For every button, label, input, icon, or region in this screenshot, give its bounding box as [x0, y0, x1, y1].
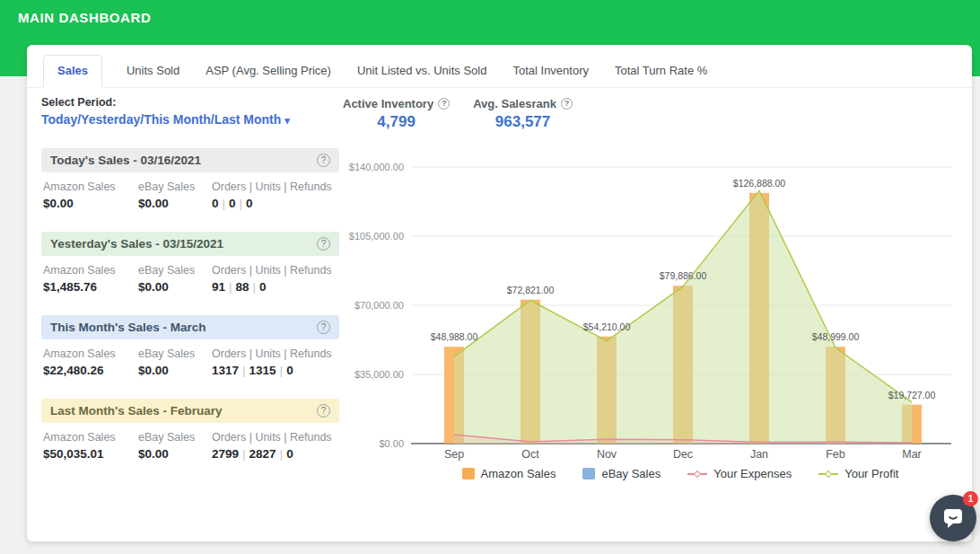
x-axis-tick-label: Mar — [902, 448, 922, 461]
legend-item-ebay-sales[interactable]: eBay Sales — [582, 467, 661, 480]
orders-units-refunds-label: Orders | Units | Refunds — [212, 180, 337, 193]
ebay-sales-column: eBay Sales$0.00 — [138, 180, 212, 210]
stat-avg-salesrank: Avg. Salesrank?963,577 — [473, 97, 573, 131]
separator: | — [276, 364, 287, 377]
sales-card-title: Yesterday's Sales - 03/15/2021 — [50, 237, 223, 251]
legend-swatch — [462, 468, 475, 479]
ebay-sales-column: eBay Sales$0.00 — [138, 431, 212, 461]
orders-value: 1317 — [212, 364, 239, 377]
stat-label-text: Avg. Salesrank — [473, 97, 556, 110]
separator: | — [236, 197, 247, 210]
help-icon[interactable]: ? — [317, 154, 330, 167]
units-value: 2827 — [249, 447, 276, 461]
ebay-sales-value: $0.00 — [138, 447, 212, 461]
units-value: 1315 — [249, 364, 276, 377]
legend-label: Your Profit — [844, 467, 898, 480]
bar-data-label: $126,888.00 — [733, 178, 786, 189]
help-icon[interactable]: ? — [317, 321, 330, 334]
amazon-sales-value: $22,480.26 — [43, 364, 138, 377]
ebay-sales-label: eBay Sales — [138, 347, 212, 360]
orders-units-refunds-value: 2799|2827|0 — [212, 447, 337, 461]
sales-card-today: Today's Sales - 03/16/2021?Amazon Sales$… — [41, 148, 339, 210]
legend-label: eBay Sales — [601, 467, 661, 480]
your-profit-area — [454, 190, 912, 444]
legend-swatch — [582, 468, 595, 479]
chevron-down-icon: ▾ — [284, 115, 290, 126]
ebay-sales-column: eBay Sales$0.00 — [138, 264, 212, 294]
tab-sales[interactable]: Sales — [43, 55, 102, 88]
separator: | — [239, 447, 249, 461]
sales-card-header: Last Month's Sales - February? — [41, 399, 339, 423]
legend-line-marker — [818, 470, 838, 477]
help-icon[interactable]: ? — [317, 404, 330, 418]
ebay-sales-value: $0.00 — [138, 280, 212, 294]
orders-units-refunds-value: 0|0|0 — [212, 197, 337, 210]
help-icon[interactable]: ? — [438, 98, 450, 110]
sales-chart: $140,000.00$105,000.00$70,000.00$35,000.… — [332, 154, 960, 469]
ebay-sales-label: eBay Sales — [138, 264, 212, 277]
amazon-sales-value: $50,035.01 — [43, 447, 138, 461]
inventory-stats: Active Inventory?4,799Avg. Salesrank?963… — [343, 97, 573, 131]
stat-label-text: Active Inventory — [343, 97, 433, 110]
help-icon[interactable]: ? — [317, 237, 330, 251]
amazon-sales-column: Amazon Sales$22,480.26 — [43, 347, 138, 377]
sales-card-header: This Month's Sales - March? — [41, 315, 339, 339]
stat-value: 4,799 — [343, 113, 450, 131]
refunds-value: 0 — [286, 447, 293, 461]
help-icon[interactable]: ? — [561, 98, 573, 110]
legend-item-your-profit[interactable]: Your Profit — [818, 467, 898, 480]
tab-bar: SalesUnits SoldASP (Avg. Selling Price)U… — [27, 45, 972, 88]
tab-unit-listed-vs-units-sold[interactable]: Unit Listed vs. Units Sold — [355, 56, 489, 87]
sales-card-last-month: Last Month's Sales - February?Amazon Sal… — [41, 399, 339, 461]
refunds-value: 0 — [286, 364, 293, 377]
sales-card-yesterday: Yesterday's Sales - 03/15/2021?Amazon Sa… — [41, 232, 339, 294]
stat-label: Active Inventory? — [343, 97, 450, 110]
period-dropdown-value: Today/Yesterday/This Month/Last Month — [41, 112, 281, 127]
sales-chart-svg: $140,000.00$105,000.00$70,000.00$35,000.… — [332, 154, 960, 469]
orders-units-refunds-label: Orders | Units | Refunds — [212, 264, 337, 277]
bar-data-label: $72,821.00 — [507, 285, 555, 295]
legend-line-marker — [687, 470, 707, 477]
y-axis-tick-label: $105,000.00 — [349, 231, 404, 242]
chat-widget-button[interactable]: 1 — [930, 495, 976, 541]
amazon-sales-column: Amazon Sales$50,035.01 — [43, 431, 138, 461]
tab-asp-avg-selling-price-[interactable]: ASP (Avg. Selling Price) — [204, 56, 333, 87]
legend-item-amazon-sales[interactable]: Amazon Sales — [462, 467, 556, 480]
units-value: 0 — [229, 197, 236, 210]
legend-item-your-expenses[interactable]: Your Expenses — [687, 467, 792, 480]
tab-total-inventory[interactable]: Total Inventory — [511, 56, 591, 87]
separator: | — [276, 447, 287, 461]
amazon-sales-label: Amazon Sales — [43, 264, 138, 277]
legend-diamond — [694, 470, 701, 477]
sales-card-values-row: Amazon Sales$1,485.76eBay Sales$0.00Orde… — [41, 256, 339, 294]
separator: | — [225, 280, 236, 294]
page-title: MAIN DASHBOARD — [18, 10, 151, 25]
stat-label: Avg. Salesrank? — [473, 97, 573, 110]
orders-units-refunds-column: Orders | Units | Refunds1317|1315|0 — [212, 347, 337, 377]
ebay-sales-value: $0.00 — [138, 364, 212, 377]
ebay-sales-value: $0.00 — [138, 197, 212, 210]
amazon-sales-column: Amazon Sales$1,485.76 — [43, 264, 138, 294]
legend-label: Your Expenses — [713, 467, 792, 480]
chat-bubble-icon — [941, 507, 965, 529]
sales-card-title: This Month's Sales - March — [50, 321, 206, 334]
y-axis-tick-label: $0.00 — [379, 438, 404, 449]
x-axis-tick-label: Sep — [444, 448, 464, 461]
ebay-sales-label: eBay Sales — [138, 180, 212, 193]
period-dropdown[interactable]: Today/Yesterday/This Month/Last Month▾ — [41, 112, 339, 127]
amazon-sales-label: Amazon Sales — [43, 347, 138, 360]
units-value: 88 — [236, 280, 249, 294]
tab-units-sold[interactable]: Units Sold — [125, 56, 181, 87]
tab-total-turn-rate-[interactable]: Total Turn Rate % — [613, 56, 709, 87]
amazon-sales-label: Amazon Sales — [43, 431, 138, 444]
sales-card-values-row: Amazon Sales$50,035.01eBay Sales$0.00Ord… — [41, 423, 339, 461]
orders-units-refunds-column: Orders | Units | Refunds2799|2827|0 — [212, 431, 337, 461]
sales-summary-cards: Today's Sales - 03/16/2021?Amazon Sales$… — [41, 148, 339, 461]
select-period-label: Select Period: — [41, 96, 339, 109]
orders-units-refunds-column: Orders | Units | Refunds0|0|0 — [212, 180, 337, 210]
ebay-sales-column: eBay Sales$0.00 — [138, 347, 212, 377]
bar-data-label: $48,988.00 — [431, 331, 478, 342]
bar-data-label: $19,727.00 — [888, 390, 936, 400]
amazon-sales-column: Amazon Sales$0.00 — [43, 180, 138, 210]
sales-card-title: Today's Sales - 03/16/2021 — [50, 154, 201, 167]
